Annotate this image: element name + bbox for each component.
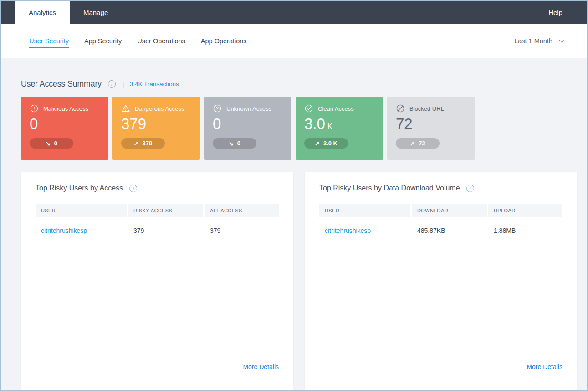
- column-header-user: USER: [319, 204, 410, 217]
- card-unit: K: [327, 123, 332, 131]
- download-value: 485.87KB: [412, 227, 487, 234]
- card-malicious-access[interactable]: Malicious Access 0 ↘ 0: [21, 97, 108, 160]
- trend-down-icon: ↘: [46, 140, 51, 147]
- panel-title: Top Risky Users by Data Download Volume: [319, 184, 460, 192]
- blocked-icon: [396, 104, 405, 113]
- more-details-link[interactable]: More Details: [527, 363, 562, 370]
- check-circle-icon: [304, 104, 313, 113]
- trend-value: 379: [143, 140, 153, 147]
- all-access-value: 379: [205, 227, 279, 234]
- info-icon[interactable]: i: [129, 185, 137, 192]
- subnav-user-security[interactable]: User Security: [29, 34, 69, 48]
- time-range-dropdown[interactable]: Last 1 Month: [514, 37, 564, 45]
- column-header-all-access: ALL ACCESS: [205, 204, 279, 217]
- more-details-link[interactable]: More Details: [243, 363, 279, 370]
- divider: |: [123, 81, 124, 88]
- info-icon[interactable]: i: [466, 185, 474, 192]
- subnav-user-operations[interactable]: User Operations: [137, 34, 185, 47]
- table-row: citritehrushikesp 379 379: [36, 227, 279, 234]
- card-label: Malicious Access: [43, 105, 88, 112]
- trend-down-icon: ↘: [229, 140, 234, 147]
- trend-value: 0: [54, 140, 57, 147]
- column-header-download: DOWNLOAD: [412, 204, 487, 217]
- table-header: USER RISKY ACCESS ALL ACCESS: [36, 204, 279, 217]
- top-navbar: Analytics Manage Help: [1, 1, 587, 24]
- card-label: Clean Access: [318, 105, 354, 112]
- card-value: 0: [213, 115, 221, 133]
- card-value: 379: [121, 115, 146, 133]
- user-link[interactable]: citritehrushikesp: [325, 227, 371, 234]
- alert-circle-icon: [30, 104, 39, 113]
- question-circle-icon: ?: [213, 104, 222, 113]
- panel-title: Top Risky Users by Access: [36, 184, 123, 192]
- card-unknown-access[interactable]: ? Unknown Access 0 ↘ 0: [204, 97, 291, 160]
- main-content: User Access Summary i | 3.4K Transaction…: [1, 79, 587, 391]
- page-title: User Access Summary: [21, 79, 102, 89]
- summary-header: User Access Summary i | 3.4K Transaction…: [21, 79, 577, 89]
- warning-triangle-icon: [121, 104, 130, 113]
- tab-manage[interactable]: Manage: [70, 1, 122, 24]
- trend-badge: ↗ 379: [121, 138, 165, 149]
- subnav-app-operations[interactable]: App Operations: [201, 34, 247, 47]
- column-header-user: USER: [36, 204, 127, 217]
- trend-up-icon: ↗: [410, 140, 415, 147]
- card-value: 72: [396, 115, 413, 133]
- card-clean-access[interactable]: Clean Access 3.0 K ↗ 3.0 K: [296, 97, 383, 160]
- card-blocked-url[interactable]: Blocked URL 72 ↗ 72: [387, 97, 475, 160]
- summary-cards: Malicious Access 0 ↘ 0: [21, 97, 577, 160]
- column-header-risky-access: RISKY ACCESS: [128, 204, 203, 217]
- trend-up-icon: ↗: [315, 140, 320, 147]
- panel-risky-users-by-download: Top Risky Users by Data Download Volume …: [305, 172, 577, 391]
- secondary-navbar: User Security App Security User Operatio…: [1, 24, 587, 58]
- tab-analytics[interactable]: Analytics: [15, 1, 70, 24]
- card-label: Blocked URL: [409, 105, 444, 112]
- chevron-down-icon: [559, 37, 565, 43]
- card-value: 3.0: [304, 115, 325, 133]
- upload-value: 1.88MB: [488, 227, 562, 234]
- trend-badge: ↗ 72: [396, 138, 440, 149]
- trend-value: 72: [419, 140, 425, 147]
- trend-value: 0: [237, 140, 240, 147]
- trend-up-icon: ↗: [134, 140, 139, 147]
- column-header-upload: UPLOAD: [488, 204, 562, 217]
- info-icon[interactable]: i: [108, 80, 116, 88]
- card-label: Unknown Access: [226, 105, 271, 112]
- trend-badge: ↘ 0: [213, 138, 256, 149]
- card-value: 0: [30, 115, 38, 133]
- panels-row: Top Risky Users by Access i USER RISKY A…: [21, 172, 577, 391]
- trend-badge: ↘ 0: [30, 138, 73, 149]
- app-window: Analytics Manage Help User Security App …: [0, 0, 588, 391]
- user-link[interactable]: citritehrushikesp: [41, 227, 87, 234]
- trend-value: 3.0 K: [323, 140, 337, 147]
- card-label: Dangerous Access: [135, 105, 184, 112]
- transactions-link[interactable]: 3.4K Transactions: [130, 81, 179, 87]
- svg-text:?: ?: [216, 106, 219, 111]
- help-link[interactable]: Help: [548, 1, 587, 24]
- time-range-value: Last 1 Month: [514, 37, 552, 45]
- risky-access-value: 379: [128, 227, 203, 234]
- table-row: citritehrushikesp 485.87KB 1.88MB: [319, 227, 562, 234]
- table-header: USER DOWNLOAD UPLOAD: [319, 204, 562, 217]
- trend-badge: ↗ 3.0 K: [304, 138, 348, 149]
- panel-risky-users-by-access: Top Risky Users by Access i USER RISKY A…: [21, 172, 293, 391]
- subnav-app-security[interactable]: App Security: [84, 34, 122, 47]
- card-dangerous-access[interactable]: Dangerous Access 379 ↗ 379: [112, 97, 200, 160]
